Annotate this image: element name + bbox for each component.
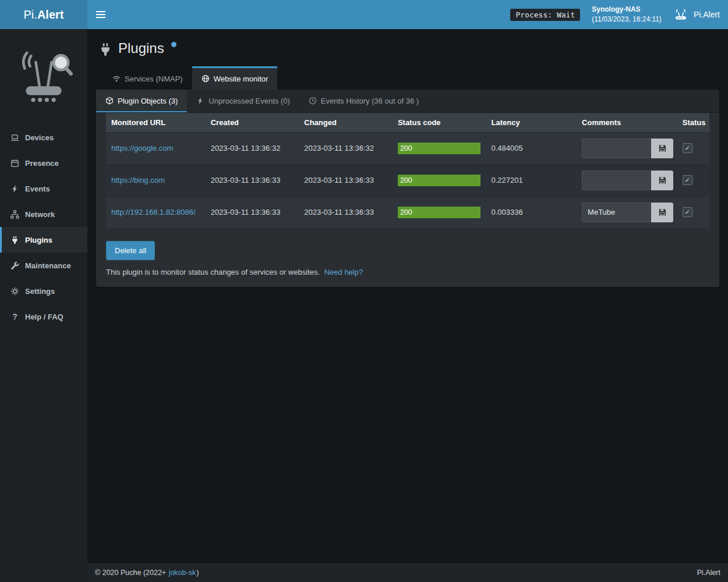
table-header-row: Monitored URL Created Changed Status cod…: [106, 113, 709, 133]
top-nav: Process: Wait Synology-NAS (11/03/2023, …: [87, 0, 728, 29]
col-monitored-url: Monitored URL: [106, 113, 206, 133]
sidebar-item-help[interactable]: ? Help / FAQ: [0, 304, 87, 329]
tab-label: Website monitor: [214, 74, 268, 83]
comment-input[interactable]: [582, 171, 651, 190]
hamburger-icon[interactable]: [87, 0, 114, 29]
tab-unprocessed-events[interactable]: Unprocessed Events (0): [187, 90, 299, 112]
col-comments: Comments: [577, 113, 677, 133]
sidebar-item-plugins[interactable]: Plugins: [0, 227, 87, 253]
panel-actions: Delete all: [96, 228, 719, 260]
sidebar-item-label: Devices: [25, 133, 54, 142]
sidebar-menu: Devices Presence Events Network Plugins …: [0, 125, 87, 329]
pialert-logo-graphic: [12, 45, 75, 108]
created-cell: 2023-03-11 13:36:33: [206, 164, 299, 196]
save-button[interactable]: [651, 139, 673, 158]
sidebar-item-presence[interactable]: Presence: [0, 150, 87, 176]
save-button[interactable]: [651, 203, 673, 222]
question-icon: ?: [10, 313, 19, 321]
tab-label: Plugin Objects (3): [118, 97, 178, 105]
sidebar-item-label: Events: [25, 184, 50, 193]
latency-cell: 0.003336: [486, 196, 577, 228]
status-checkbox[interactable]: [683, 207, 692, 217]
monitored-url-link[interactable]: https://bing.com: [111, 176, 165, 184]
clock-icon: [309, 97, 317, 105]
status-checkbox[interactable]: [683, 175, 692, 185]
need-help-link[interactable]: Need help?: [324, 268, 363, 276]
sidebar-item-label: Plugins: [25, 236, 52, 244]
pialert-app: Pi.Alert Process: Wait Synology-NAS (11/…: [0, 0, 728, 582]
sidebar-item-label: Settings: [25, 287, 55, 296]
save-icon: [658, 144, 667, 152]
save-icon: [658, 176, 667, 184]
tab-services-nmap[interactable]: Services (NMAP): [103, 66, 192, 90]
col-latency: Latency: [486, 113, 577, 133]
cube-icon: [105, 97, 114, 105]
comment-input[interactable]: [582, 139, 651, 158]
sidebar-item-maintenance[interactable]: Maintenance: [0, 253, 87, 278]
latency-cell: 0.227201: [486, 164, 577, 196]
process-status-badge: Process: Wait: [510, 9, 580, 21]
col-created: Created: [206, 113, 299, 133]
signal-icon: [112, 74, 121, 83]
save-icon: [658, 208, 667, 217]
globe-icon: [202, 74, 210, 83]
info-badge[interactable]: [171, 42, 176, 47]
jokob-sk-link[interactable]: jokob-sk: [169, 569, 196, 577]
app-logo-text: Pi.: [24, 8, 37, 22]
table-row: https://google.com 2023-03-11 13:36:32 2…: [106, 132, 709, 164]
sidebar-item-devices[interactable]: Devices: [0, 125, 87, 150]
sidebar-item-settings[interactable]: Settings: [0, 278, 87, 304]
comment-group: [582, 171, 673, 190]
sidebar-item-events[interactable]: Events: [0, 176, 87, 201]
comment-group: [582, 203, 673, 222]
status-checkbox[interactable]: [683, 143, 692, 153]
table-row: https://bing.com 2023-03-11 13:36:33 202…: [106, 164, 709, 196]
monitored-url-link[interactable]: http://192.168.1.82:8086/: [111, 208, 196, 217]
tab-label: Services (NMAP): [125, 74, 183, 83]
sidebar-item-label: Maintenance: [25, 261, 71, 270]
wrench-icon: [10, 261, 19, 270]
bolt-icon: [10, 184, 19, 193]
created-cell: 2023-03-11 13:36:32: [206, 132, 299, 164]
bolt-icon: [196, 97, 204, 105]
sidebar-logo: [0, 29, 87, 120]
page-title: Plugins: [118, 38, 164, 58]
host-time: (11/03/2023, 16:24:11): [592, 15, 662, 24]
sidebar-item-label: Network: [25, 210, 55, 219]
tab-events-history[interactable]: Events History (36 out of 36 ): [299, 90, 428, 112]
tab-label: Unprocessed Events (0): [208, 97, 289, 105]
plug-icon: [10, 236, 19, 244]
changed-cell: 2023-03-11 13:36:33: [299, 196, 393, 228]
plugin-objects-table: Monitored URL Created Changed Status cod…: [106, 113, 709, 228]
save-button[interactable]: [651, 171, 673, 190]
tab-website-monitor[interactable]: Website monitor: [192, 66, 278, 90]
page-header: Plugins: [98, 38, 719, 58]
comment-group: [582, 139, 673, 158]
latency-cell: 0.484005: [486, 132, 577, 164]
plugin-inner-tabs: Plugin Objects (3) Unprocessed Events (0…: [96, 90, 719, 113]
changed-cell: 2023-03-11 13:36:32: [299, 132, 393, 164]
plugin-description-text: This plugin is to monitor status changes…: [106, 268, 320, 276]
comment-input[interactable]: [582, 203, 651, 222]
host-info: Synology-NAS (11/03/2023, 16:24:11): [592, 5, 662, 24]
footer-copyright-suffix: ): [196, 569, 199, 577]
app-name-text: Pi.Alert: [694, 10, 720, 19]
tab-plugin-objects[interactable]: Plugin Objects (3): [96, 90, 187, 112]
sidebar-item-network[interactable]: Network: [0, 201, 87, 227]
host-name: Synology-NAS: [592, 5, 662, 15]
sidebar: Devices Presence Events Network Plugins …: [0, 29, 87, 582]
sidebar-item-label: Help / FAQ: [25, 313, 63, 321]
table-row: http://192.168.1.82:8086/ 2023-03-11 13:…: [106, 196, 709, 228]
plugin-objects-table-wrap: Monitored URL Created Changed Status cod…: [96, 113, 719, 228]
app-logo[interactable]: Pi.Alert: [0, 0, 87, 29]
network-icon: [10, 210, 19, 219]
app-logo-text-bold: Alert: [37, 8, 64, 22]
col-status: Status: [677, 113, 709, 133]
website-monitor-panel: Plugin Objects (3) Unprocessed Events (0…: [96, 90, 719, 287]
plugin-tabs: Services (NMAP) Website monitor: [103, 66, 719, 90]
monitored-url-link[interactable]: https://google.com: [111, 144, 173, 152]
status-code-bar: 200: [398, 207, 481, 218]
footer-copyright-prefix: © 2020 Puche (2022+: [95, 569, 166, 577]
delete-all-button[interactable]: Delete all: [106, 241, 155, 260]
plugin-description: This plugin is to monitor status changes…: [96, 260, 719, 287]
